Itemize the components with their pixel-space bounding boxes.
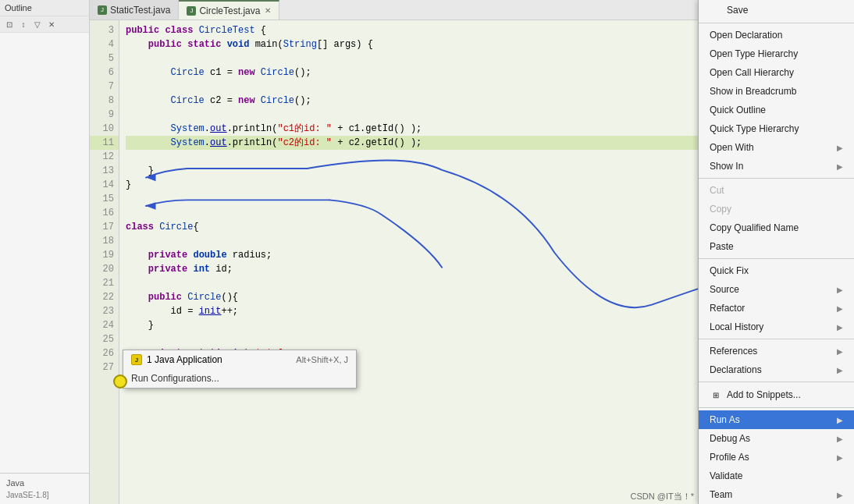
- source-arrow: ▶: [837, 286, 843, 294]
- menu-item-validate[interactable]: Validate: [699, 467, 854, 485]
- cursor-dot: [113, 374, 127, 389]
- menu-item-local-history[interactable]: Local History ▶: [699, 318, 854, 336]
- open-with-arrow: ▶: [837, 144, 843, 152]
- sidebar: Outline ⊡ ↕ ▽ ✕ Java JavaSE-1.8]: [0, 0, 90, 504]
- ln-5: 5: [90, 51, 119, 66]
- ln-24: 24: [90, 318, 119, 332]
- menu-item-save[interactable]: Save: [699, 0, 854, 20]
- tab-circletest-icon: J: [187, 6, 196, 16]
- ln-11: 11: [90, 136, 119, 150]
- ln-27: 27: [90, 360, 119, 374]
- debug-as-arrow: ▶: [837, 435, 843, 443]
- tab-circletest-label: CircleTest.java: [199, 5, 260, 16]
- menu-item-cut: Cut: [699, 181, 854, 200]
- tab-circletest[interactable]: J CircleTest.java ✕: [179, 0, 279, 20]
- menu-item-show-in[interactable]: Show In ▶: [699, 157, 854, 176]
- ln-13: 13: [90, 164, 119, 178]
- menu-item-open-with[interactable]: Open With ▶: [699, 138, 854, 157]
- ln-9: 9: [90, 108, 119, 122]
- menu-sep-1: [699, 23, 854, 23]
- ln-6: 6: [90, 66, 119, 80]
- menu-sep-6: [699, 407, 854, 408]
- menu-sep-3: [699, 258, 854, 259]
- run-configurations[interactable]: Run Configurations...: [123, 369, 356, 388]
- menu-item-run-as[interactable]: Run As ▶: [699, 410, 854, 429]
- snippets-icon: ⊞: [710, 389, 722, 401]
- menu-item-paste[interactable]: Paste: [699, 237, 854, 256]
- menu-item-open-declaration[interactable]: Open Declaration: [699, 26, 854, 44]
- sidebar-btn-4[interactable]: ✕: [45, 18, 58, 30]
- menu-item-open-type-hierarchy[interactable]: Open Type Hierarchy: [699, 44, 854, 63]
- run-as-submenu: J 1 Java Application Alt+Shift+X, J Run …: [123, 350, 357, 389]
- menu-item-refactor[interactable]: Refactor ▶: [699, 299, 854, 318]
- ln-21: 21: [90, 276, 119, 290]
- refactor-arrow: ▶: [837, 304, 843, 313]
- ln-3: 3: [90, 23, 119, 37]
- references-arrow: ▶: [837, 347, 843, 356]
- team-arrow: ▶: [837, 491, 843, 499]
- menu-item-quick-type-hierarchy[interactable]: Quick Type Hierarchy: [699, 119, 854, 138]
- run-config-label: Run Configurations...: [131, 373, 219, 384]
- menu-item-copy: Copy: [699, 200, 854, 218]
- menu-sep-2: [699, 178, 854, 179]
- ln-8: 8: [90, 94, 119, 108]
- menu-item-profile-as[interactable]: Profile As ▶: [699, 448, 854, 467]
- ln-17: 17: [90, 220, 119, 234]
- sidebar-version-label: JavaSE-1.8]: [3, 489, 86, 501]
- ln-22: 22: [90, 290, 119, 304]
- menu-item-open-call-hierarchy[interactable]: Open Call Hierarchy: [699, 63, 854, 82]
- menu-sep-4: [699, 339, 854, 339]
- watermark: CSDN @IT当！*: [631, 491, 694, 502]
- menu-item-declarations[interactable]: Declarations ▶: [699, 360, 854, 379]
- menu-item-team[interactable]: Team ▶: [699, 485, 854, 504]
- run-as-java-app-label: 1 Java Application: [147, 354, 222, 365]
- sidebar-title: Outline: [0, 0, 89, 16]
- ln-16: 16: [90, 206, 119, 220]
- menu-item-add-snippets[interactable]: ⊞ Add to Snippets...: [699, 385, 854, 405]
- menu-item-debug-as[interactable]: Debug As ▶: [699, 429, 854, 448]
- menu-item-show-breadcrumb[interactable]: Show in Breadcrumb: [699, 82, 854, 101]
- ln-15: 15: [90, 192, 119, 206]
- ln-7: 7: [90, 80, 119, 94]
- menu-item-references[interactable]: References ▶: [699, 342, 854, 360]
- run-as-shortcut: Alt+Shift+X, J: [296, 355, 348, 364]
- ln-19: 19: [90, 248, 119, 262]
- ln-25: 25: [90, 332, 119, 346]
- line-numbers: 3 4 5 6 7 8 9 10 11 12 13 14 15 16 17 18…: [90, 20, 119, 504]
- tab-statictest-label: StaticTest.java: [110, 5, 170, 16]
- ln-14: 14: [90, 178, 119, 192]
- ln-12: 12: [90, 150, 119, 164]
- run-as-java-app[interactable]: J 1 Java Application Alt+Shift+X, J: [123, 350, 356, 369]
- menu-item-source[interactable]: Source ▶: [699, 280, 854, 299]
- sidebar-content: [0, 33, 89, 473]
- save-icon: [710, 4, 722, 16]
- menu-item-quick-outline[interactable]: Quick Outline: [699, 101, 854, 119]
- sidebar-btn-2[interactable]: ↕: [17, 18, 30, 30]
- local-history-arrow: ▶: [837, 323, 843, 332]
- ln-4: 4: [90, 37, 119, 51]
- context-menu: Save Open Declaration Open Type Hierarch…: [698, 0, 854, 504]
- main-container: Outline ⊡ ↕ ▽ ✕ Java JavaSE-1.8] J Stati…: [0, 0, 854, 504]
- sidebar-toolbar: ⊡ ↕ ▽ ✕: [0, 16, 89, 33]
- ln-20: 20: [90, 262, 119, 276]
- menu-item-copy-qualified-name[interactable]: Copy Qualified Name: [699, 218, 854, 237]
- sidebar-btn-3[interactable]: ▽: [31, 18, 44, 30]
- menu-item-quick-fix[interactable]: Quick Fix: [699, 261, 854, 280]
- ln-18: 18: [90, 234, 119, 248]
- sidebar-btn-1[interactable]: ⊡: [3, 18, 16, 30]
- declarations-arrow: ▶: [837, 366, 843, 374]
- run-as-arrow: ▶: [837, 416, 843, 424]
- tab-statictest-icon: J: [98, 5, 107, 15]
- ln-23: 23: [90, 304, 119, 318]
- java-app-icon: J: [131, 354, 142, 365]
- ln-26: 26: [90, 346, 119, 360]
- tab-circletest-close[interactable]: ✕: [265, 6, 271, 15]
- show-in-arrow: ▶: [837, 162, 843, 171]
- tab-statictest[interactable]: J StaticTest.java: [90, 0, 179, 20]
- sidebar-java-label: Java: [3, 477, 86, 489]
- profile-as-arrow: ▶: [837, 453, 843, 462]
- ln-10: 10: [90, 122, 119, 136]
- menu-sep-5: [699, 382, 854, 382]
